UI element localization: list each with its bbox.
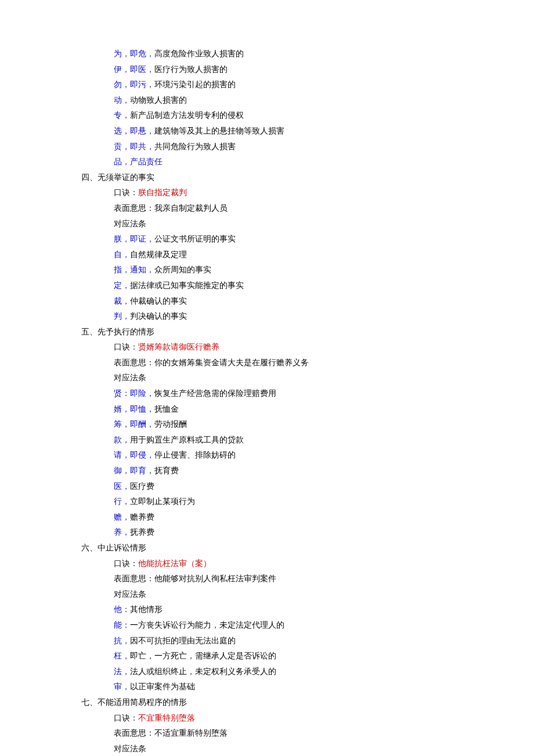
- list-item: 款，用于购置生产原料或工具的贷款: [81, 433, 499, 448]
- item-key: 御，即育，: [114, 466, 154, 475]
- item-key: 伊，即医，: [114, 65, 154, 74]
- item-key: 他：: [114, 605, 130, 614]
- item-text: 劳动报酬: [154, 420, 187, 429]
- list-item: 勿，即污，环境污染引起的损害的: [81, 77, 499, 93]
- section-heading: 五、先予执行的情形: [81, 327, 154, 336]
- item-text: 公证文书所证明的事实: [154, 235, 236, 243]
- mnemonic-line: 口诀：贤婿筹款请御医行赡养: [81, 340, 499, 355]
- item-key: 贤：即险，: [114, 389, 154, 398]
- item-text: 立即制止某项行为: [130, 497, 195, 506]
- mnemonic-label: 口诀：: [114, 188, 138, 197]
- meaning-label: 表面意思：: [114, 729, 154, 737]
- item-text: 抚养费: [130, 528, 154, 537]
- correspond-line: 对应法条: [81, 741, 499, 756]
- list-item: 法，法人或组织终止，未定权利义务承受人的: [81, 664, 499, 680]
- item-key: 品，产品责任: [114, 157, 163, 166]
- list-item: 指，通知，众所周知的事实: [81, 262, 499, 278]
- item-key: 婿，即恤，: [114, 405, 154, 413]
- item-text: 以正审案件为基础: [130, 682, 195, 691]
- meaning: 他能够对抗别人徇私枉法审判案件: [154, 574, 276, 583]
- correspond-label: 对应法条: [114, 590, 146, 599]
- mnemonic-label: 口诀：: [114, 559, 138, 568]
- item-key: 指，通知，: [114, 265, 154, 274]
- correspond-label: 对应法条: [114, 373, 146, 382]
- correspond-line: 对应法条: [81, 370, 499, 386]
- section-heading-line: 五、先予执行的情形: [81, 325, 499, 340]
- item-text: 医疗行为致人损害的: [154, 65, 228, 74]
- item-key: 能：: [114, 621, 130, 629]
- section-heading: 七、不能适用简易程序的情形: [81, 698, 187, 707]
- list-item: 请，即侵，停止侵害、排除妨碍的: [81, 448, 499, 463]
- item-key: 勿，即污，: [114, 80, 154, 89]
- meaning: 我亲自制定裁判人员: [154, 204, 228, 213]
- list-item: 选，即悬，建筑物等及其上的悬挂物等致人损害: [81, 124, 499, 139]
- item-key: 自，: [114, 250, 130, 259]
- item-key: 朕，即证，: [114, 235, 154, 243]
- list-item: 赡，赡养费: [81, 510, 499, 525]
- item-text: 一方丧失诉讼行为能力，未定法定代理人的: [130, 621, 284, 629]
- item-key: 动，: [114, 96, 130, 105]
- correspond-label: 对应法条: [114, 744, 146, 753]
- item-text: 共同危险行为致人损害: [154, 142, 236, 151]
- meaning-label: 表面意思：: [114, 204, 154, 213]
- item-key: 医，: [114, 482, 130, 491]
- list-item: 定，据法律或已知事实能推定的事实: [81, 278, 499, 294]
- meaning: 你的女婿筹集资金请大夫是在履行赡养义务: [154, 358, 309, 367]
- item-key: 选，即悬，: [114, 127, 154, 135]
- item-key: 定，: [114, 281, 130, 290]
- item-text: 停止侵害、排除妨碍的: [154, 451, 236, 459]
- meaning: 不适宜重新特别堕落: [154, 729, 228, 737]
- list-item: 医，医疗费: [81, 479, 499, 495]
- section-heading: 六、中止诉讼情形: [81, 543, 146, 552]
- item-text: 其他情形: [130, 605, 163, 614]
- item-text: 抚育费: [154, 466, 179, 475]
- list-item: 为，即危，高度危险作业致人损害的: [81, 46, 499, 62]
- item-key: 抗，: [114, 636, 130, 645]
- mnemonic: 他能抗枉法审（案）: [138, 559, 211, 568]
- mnemonic: 贤婿筹款请御医行赡养: [138, 343, 219, 351]
- list-item: 判，判决确认的事实: [81, 309, 499, 325]
- item-text: 高度危险作业致人损害的: [154, 49, 244, 58]
- mnemonic-line: 口诀：朕自指定裁判: [81, 185, 499, 201]
- mnemonic: 不宜重特别堕落: [138, 714, 195, 722]
- item-text: 抚恤金: [154, 405, 179, 413]
- item-key: 专，: [114, 111, 130, 120]
- section-heading-line: 六、中止诉讼情形: [81, 541, 499, 556]
- item-key: 为，即危，: [114, 49, 154, 58]
- item-key: 贡，即共，: [114, 142, 154, 151]
- correspond-line: 对应法条: [81, 587, 499, 603]
- item-key: 款，: [114, 435, 130, 444]
- mnemonic-label: 口诀：: [114, 343, 138, 351]
- list-item: 御，即育，抚育费: [81, 463, 499, 479]
- list-item: 伊，即医，医疗行为致人损害的: [81, 62, 499, 78]
- item-key: 筹，即酬，: [114, 420, 154, 429]
- item-key: 养，: [114, 528, 130, 537]
- list-item: 养，抚养费: [81, 525, 499, 541]
- item-key: 判，: [114, 312, 130, 321]
- list-item: 裁，仲裁确认的事实: [81, 294, 499, 309]
- list-item: 行，立即制止某项行为: [81, 494, 499, 510]
- item-text: 法人或组织终止，未定权利义务承受人的: [130, 667, 276, 676]
- list-item: 抗，因不可抗拒的理由无法出庭的: [81, 633, 499, 649]
- item-key: 枉，: [114, 651, 130, 660]
- list-item: 能：一方丧失诉讼行为能力，未定法定代理人的: [81, 618, 499, 633]
- list-item: 专，新产品制造方法发明专利的侵权: [81, 108, 499, 124]
- meaning-line: 表面意思：我亲自制定裁判人员: [81, 201, 499, 217]
- correspond-label: 对应法条: [114, 219, 146, 228]
- list-item: 他：其他情形: [81, 602, 499, 618]
- mnemonic-label: 口诀：: [114, 714, 138, 722]
- meaning-line: 表面意思：你的女婿筹集资金请大夫是在履行赡养义务: [81, 355, 499, 371]
- item-text: 赡养费: [130, 513, 154, 521]
- item-text: 新产品制造方法发明专利的侵权: [130, 111, 244, 120]
- list-item: 自，自然规律及定理: [81, 247, 499, 263]
- mnemonic-line: 口诀：他能抗枉法审（案）: [81, 556, 499, 572]
- item-key: 审，: [114, 682, 130, 691]
- item-text: 众所周知的事实: [154, 265, 211, 274]
- section-heading-line: 七、不能适用简易程序的情形: [81, 695, 499, 711]
- section-heading: 四、无须举证的事实: [81, 173, 154, 182]
- item-key: 行，: [114, 497, 130, 506]
- item-text: 因不可抗拒的理由无法出庭的: [130, 636, 236, 645]
- list-item: 筹，即酬，劳动报酬: [81, 417, 499, 433]
- meaning-label: 表面意思：: [114, 358, 154, 367]
- mnemonic: 朕自指定裁判: [138, 188, 187, 197]
